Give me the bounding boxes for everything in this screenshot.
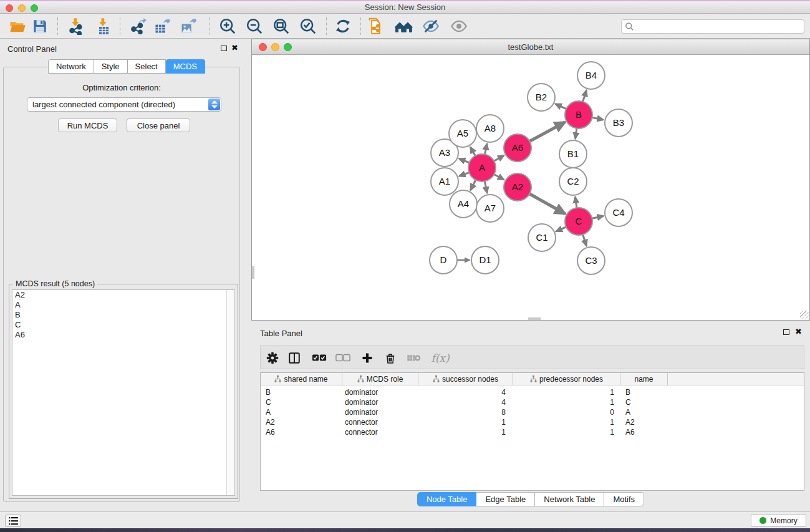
table-cell[interactable]: A2 [620, 417, 668, 427]
canvas-left-scroll-mark[interactable] [252, 266, 254, 279]
network-close-button[interactable] [259, 43, 267, 51]
column-header-shared-name[interactable]: shared name [261, 373, 342, 385]
tab-motifs[interactable]: Motifs [604, 492, 644, 506]
float-panel-icon[interactable] [221, 46, 227, 51]
network-zoom-button[interactable] [284, 43, 292, 51]
export-network-button[interactable] [127, 16, 150, 37]
edge-B-B3[interactable] [592, 117, 604, 120]
table-cell[interactable]: 1 [513, 387, 620, 397]
minimize-window-button[interactable] [18, 4, 26, 12]
table-cell[interactable]: connector [342, 427, 418, 437]
edge-A-A5[interactable] [470, 147, 475, 156]
edge-C-C3[interactable] [583, 235, 587, 246]
deselect-all-rows-button[interactable] [335, 350, 351, 366]
graph-node-D1[interactable]: D1 [471, 246, 499, 274]
tab-mcds[interactable]: MCDS [166, 59, 205, 74]
table-cell[interactable]: A2 [261, 417, 342, 427]
edge-A-A3[interactable] [459, 158, 469, 163]
optimization-criterion-dropdown[interactable]: largest connected component (directed) [27, 97, 221, 112]
graph-node-B2[interactable]: B2 [528, 84, 555, 111]
table-row[interactable]: Cdominator41C [261, 397, 804, 407]
edge-B-B2[interactable] [556, 104, 566, 109]
graph-node-A6[interactable]: A6 [504, 134, 531, 162]
delete-columns-button[interactable] [382, 350, 398, 366]
column-header-mcds-role[interactable]: MCDS role [342, 373, 418, 385]
graph-node-C1[interactable]: C1 [528, 224, 556, 251]
edge-B-B1[interactable] [576, 128, 577, 138]
mcds-result-list[interactable]: A2ABCA6 [12, 289, 235, 496]
graph-node-A2[interactable]: A2 [504, 173, 531, 201]
refresh-network-button[interactable] [332, 16, 354, 37]
table-cell[interactable]: B [620, 387, 668, 397]
run-mcds-button[interactable]: Run MCDS [58, 118, 117, 132]
edge-A-A7[interactable] [485, 181, 487, 193]
table-cell[interactable]: dominator [342, 397, 418, 407]
column-header-successor-nodes[interactable]: successor nodes [418, 373, 513, 385]
canvas-bottom-scroll-mark[interactable] [528, 317, 541, 320]
float-table-panel-icon[interactable] [783, 329, 789, 335]
edge-A2-C[interactable] [529, 194, 565, 214]
edge-C-C4[interactable] [592, 216, 603, 218]
edge-A-A6[interactable] [494, 155, 504, 161]
table-cell[interactable]: dominator [342, 407, 418, 417]
graph-node-A7[interactable]: A7 [476, 195, 504, 222]
save-session-button[interactable] [29, 16, 51, 37]
tab-select[interactable]: Select [128, 59, 166, 74]
table-cell[interactable]: 1 [418, 427, 513, 437]
graph-node-B3[interactable]: B3 [605, 109, 632, 137]
tab-node-table[interactable]: Node Table [417, 492, 477, 506]
close-panel-button[interactable]: Close panel [127, 118, 190, 132]
clone-network-button[interactable] [364, 16, 387, 37]
graph-node-A4[interactable]: A4 [450, 190, 477, 218]
graph-node-A5[interactable]: A5 [449, 120, 476, 147]
table-cell[interactable]: C [620, 397, 668, 407]
graph-node-C3[interactable]: C3 [577, 247, 605, 274]
graph-node-B4[interactable]: B4 [577, 62, 605, 89]
window-resize-grip[interactable] [800, 311, 809, 319]
table-cell[interactable]: 4 [418, 387, 513, 397]
table-cell[interactable]: 0 [513, 407, 620, 417]
graph-node-C[interactable]: C [565, 208, 592, 235]
tab-network[interactable]: Network [48, 59, 94, 74]
edge-B-B4[interactable] [583, 90, 587, 102]
table-cell[interactable]: dominator [342, 387, 418, 397]
search-input[interactable] [621, 19, 804, 34]
add-column-button[interactable] [359, 350, 375, 366]
graph-node-A1[interactable]: A1 [431, 168, 458, 195]
edge-A-A1[interactable] [459, 173, 469, 177]
table-cell[interactable]: 1 [513, 427, 620, 437]
table-cell[interactable]: 8 [418, 407, 513, 417]
close-window-button[interactable] [6, 4, 13, 12]
tab-style[interactable]: Style [94, 59, 128, 74]
graph-node-C2[interactable]: C2 [559, 168, 587, 195]
table-cell[interactable]: C [261, 397, 342, 407]
table-cell[interactable]: 1 [513, 417, 620, 427]
result-item-a6[interactable]: A6 [12, 330, 234, 340]
result-list-scrollbar[interactable] [226, 290, 234, 495]
memory-button[interactable]: Memory [751, 514, 806, 527]
network-minimize-button[interactable] [271, 43, 279, 51]
graph-node-D[interactable]: D [430, 246, 457, 274]
table-row[interactable]: Adominator80A [261, 407, 804, 417]
edge-A-A4[interactable] [470, 180, 475, 190]
export-image-button[interactable] [177, 16, 200, 37]
result-item-b[interactable]: B [12, 310, 234, 320]
column-header-name[interactable]: name [620, 373, 668, 385]
network-canvas[interactable]: AA1A2A3A4A5A6A7A8BB1B2B3B4CC1C2C3C4DD1 [252, 55, 809, 320]
network-window-titlebar[interactable]: testGlobe.txt [252, 39, 809, 55]
graph-node-A[interactable]: A [468, 154, 496, 181]
show-graphics-button[interactable] [448, 16, 470, 37]
table-cell[interactable]: A [620, 407, 668, 417]
zoom-in-button[interactable] [216, 16, 239, 37]
table-row[interactable]: Bdominator41B [261, 387, 804, 397]
hide-graphics-button[interactable] [420, 16, 442, 37]
table-row[interactable]: A2connector11A2 [261, 417, 804, 427]
graph-node-B1[interactable]: B1 [559, 140, 587, 168]
edge-A6-B[interactable] [529, 122, 565, 142]
close-panel-icon[interactable]: ✖ [231, 44, 238, 52]
table-cell[interactable]: 1 [513, 397, 620, 407]
split-columns-button[interactable] [286, 350, 302, 366]
function-builder-button[interactable]: f(x) [428, 350, 453, 366]
graph-node-C4[interactable]: C4 [605, 199, 632, 226]
select-all-rows-button[interactable] [311, 350, 327, 366]
